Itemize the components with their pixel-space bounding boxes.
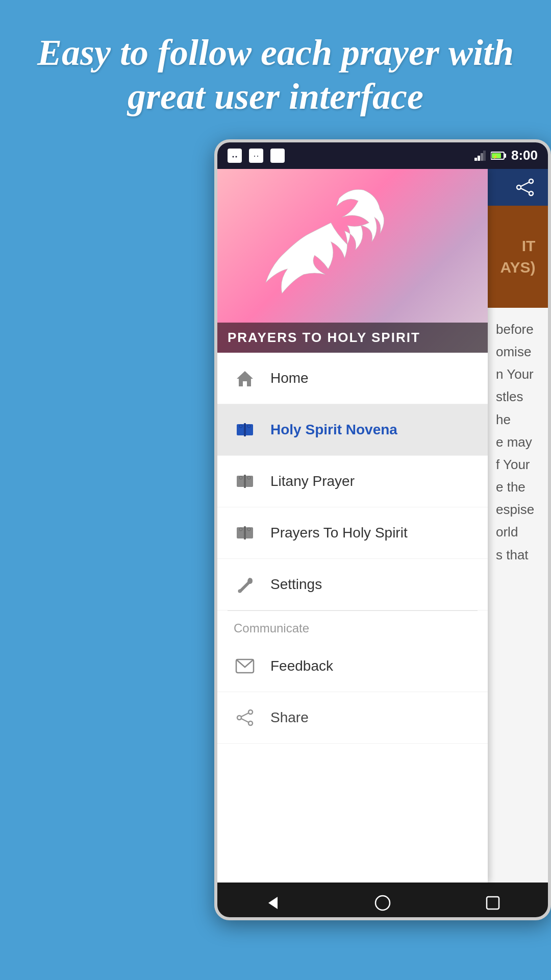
nav-item-settings[interactable]: Settings [217, 559, 488, 610]
nav-item-feedback-label: Feedback [270, 658, 333, 674]
main-banner: IT AYS) [488, 206, 548, 308]
main-top-bar [488, 169, 548, 206]
share-icon-nav [234, 706, 256, 729]
status-bar-right: ⚡ 8:00 [474, 148, 538, 163]
dove-image [228, 179, 391, 327]
navigation-drawer: PRAYERS TO HOLY SPIRIT Home [217, 169, 488, 883]
svg-line-47 [521, 182, 529, 186]
svg-rect-29 [244, 475, 246, 488]
nav-item-home[interactable]: Home [217, 353, 488, 404]
svg-point-30 [239, 476, 242, 479]
svg-point-39 [248, 710, 253, 714]
nav-item-prayers-holy-spirit[interactable]: Prayers To Holy Spirit [217, 507, 488, 559]
svg-point-41 [248, 721, 253, 725]
svg-point-31 [247, 476, 251, 479]
svg-point-37 [239, 590, 241, 592]
svg-rect-34 [244, 526, 246, 540]
nav-item-novena-label: Holy Spirit Novena [270, 422, 397, 438]
main-content-area: IT AYS) beforeomisen Yourstleshee mayf Y… [488, 169, 548, 883]
svg-point-36 [247, 528, 251, 531]
svg-point-26 [247, 425, 251, 428]
home-button[interactable] [365, 885, 400, 920]
svg-rect-15 [481, 153, 483, 161]
nav-item-settings-label: Settings [270, 576, 322, 593]
nav-item-holy-spirit-novena[interactable]: Holy Spirit Novena [217, 404, 488, 456]
svg-marker-49 [268, 897, 278, 909]
svg-rect-51 [487, 897, 499, 909]
svg-text:⚡: ⚡ [493, 154, 498, 159]
svg-point-25 [239, 425, 242, 428]
svg-point-10 [257, 156, 258, 157]
svg-point-9 [254, 156, 255, 157]
nav-item-feedback[interactable]: Feedback [217, 641, 488, 692]
svg-line-43 [241, 719, 248, 722]
nav-item-share[interactable]: Share [217, 692, 488, 744]
svg-marker-21 [237, 371, 253, 386]
signal-icon [474, 151, 486, 161]
battery-icon: ⚡ [491, 151, 506, 160]
svg-point-3 [233, 156, 234, 157]
svg-rect-24 [244, 423, 246, 436]
status-bar-left-icons [228, 149, 285, 163]
nav-item-prayers-label: Prayers To Holy Spirit [270, 525, 408, 541]
share-button[interactable] [512, 175, 538, 200]
drawer-header-overlay: PRAYERS TO HOLY SPIRIT [217, 323, 488, 353]
nav-list: Home Holy Spirit Novena [217, 353, 488, 883]
drawer-header: PRAYERS TO HOLY SPIRIT [217, 169, 488, 353]
time-display: 8:00 [511, 148, 538, 163]
book-icon-prayers [234, 522, 256, 544]
main-banner-text: IT AYS) [495, 230, 541, 283]
phone-mockup: ⚡ 8:00 PRAYERS TO HOLY SPIRIT [214, 139, 551, 920]
svg-line-48 [521, 188, 529, 192]
phone-content: PRAYERS TO HOLY SPIRIT Home [217, 169, 548, 883]
svg-rect-13 [474, 158, 477, 161]
svg-rect-11 [272, 152, 283, 160]
bottom-navigation [217, 883, 548, 920]
cat-icon [228, 149, 242, 163]
nav-item-share-label: Share [270, 709, 309, 726]
svg-rect-18 [504, 154, 506, 158]
svg-rect-16 [483, 151, 486, 161]
nav-item-home-label: Home [270, 370, 309, 386]
svg-point-40 [237, 716, 241, 720]
wrench-icon [234, 573, 256, 596]
main-body-text: beforeomisen Yourstleshee mayf Youre the… [488, 308, 548, 576]
svg-rect-6 [253, 155, 260, 158]
book-icon-litany [234, 470, 256, 493]
recent-apps-button[interactable] [475, 885, 511, 920]
svg-point-0 [231, 153, 239, 160]
android-icon [249, 149, 263, 163]
hero-title: Easy to follow each prayer with great us… [20, 31, 531, 119]
nav-item-litany-prayer[interactable]: Litany Prayer [217, 456, 488, 507]
status-bar: ⚡ 8:00 [217, 142, 548, 169]
home-icon [234, 367, 256, 389]
svg-point-45 [517, 185, 521, 189]
svg-point-35 [239, 528, 242, 531]
drawer-app-title: PRAYERS TO HOLY SPIRIT [228, 330, 478, 346]
svg-marker-2 [236, 151, 238, 154]
svg-point-44 [529, 179, 533, 183]
svg-line-8 [258, 152, 259, 154]
image-icon [270, 149, 285, 163]
hero-section: Easy to follow each prayer with great us… [0, 0, 551, 139]
svg-point-50 [375, 896, 390, 910]
svg-marker-1 [231, 151, 234, 154]
nav-item-litany-label: Litany Prayer [270, 473, 355, 489]
communicate-section-label: Communicate [217, 611, 488, 641]
svg-rect-14 [478, 156, 480, 161]
svg-line-42 [241, 713, 248, 717]
svg-point-46 [529, 191, 533, 195]
back-button[interactable] [255, 885, 290, 920]
svg-line-7 [253, 152, 254, 154]
mail-icon [234, 655, 256, 677]
svg-point-4 [236, 156, 237, 157]
book-open-icon [234, 419, 256, 441]
